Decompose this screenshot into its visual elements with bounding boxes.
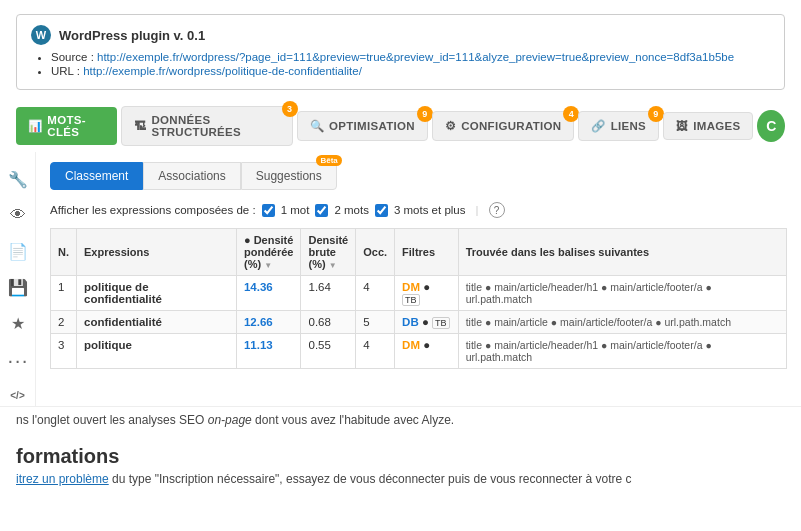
seo-italic: on-page xyxy=(208,413,252,427)
expressions-table: N. Expressions ● Densitépondérée(%) ▼ De… xyxy=(50,228,787,369)
cell-densite-ponderee: 12.66 xyxy=(236,311,301,334)
structure-icon: 🏗 xyxy=(134,120,146,132)
info-box: W WordPress plugin v. 0.1 Source : http:… xyxy=(16,14,785,90)
subtab-suggestions-badge: Bêta xyxy=(316,155,341,166)
table-row: 3politique11.130.554DM ●title ● main/art… xyxy=(51,334,787,369)
checkbox-2mots[interactable] xyxy=(315,204,328,217)
subtab-classement-label: Classement xyxy=(65,169,128,183)
tab-images-label: IMAGES xyxy=(693,120,740,132)
tab-mots-cles-label: MOTS-CLÉS xyxy=(47,114,105,138)
info-list: Source : http://exemple.fr/wordpress/?pa… xyxy=(31,51,770,77)
cell-n: 1 xyxy=(51,276,77,311)
table-row: 1politique de confidentialité14.361.644D… xyxy=(51,276,787,311)
sidebar-icons: 🔧 👁 📄 💾 ★ ... </> xyxy=(0,152,36,406)
url-label: URL : xyxy=(51,65,83,77)
main-nav: 📊 MOTS-CLÉS 🏗 DONNÉES STRUCTURÉES 3 🔍 OP… xyxy=(0,100,801,152)
link-icon: 🔗 xyxy=(591,119,605,133)
badge-configuration: 4 xyxy=(563,106,579,122)
sidebar-icon-settings[interactable]: ... xyxy=(7,348,29,370)
tab-mots-cles[interactable]: 📊 MOTS-CLÉS xyxy=(16,107,117,145)
filter-label: Afficher les expressions composées de : xyxy=(50,204,256,216)
filter-2mots-label: 2 mots xyxy=(334,204,369,216)
badge-donnees: 3 xyxy=(282,101,298,117)
cell-filtres: DB ● TB xyxy=(395,311,459,334)
cell-occ: 5 xyxy=(356,311,395,334)
badge-liens: 9 xyxy=(648,106,664,122)
col-densite-ponderee[interactable]: ● Densitépondérée(%) ▼ xyxy=(236,229,301,276)
checkbox-1mot[interactable] xyxy=(262,204,275,217)
cell-n: 3 xyxy=(51,334,77,369)
cell-expression: confidentialité xyxy=(77,311,237,334)
source-label: Source : xyxy=(51,51,97,63)
tab-optimisation-label: OPTIMISATION xyxy=(329,120,415,132)
bottom-bar: ns l'onglet ouvert les analyses SEO on-p… xyxy=(0,406,801,433)
sub-tabs: Classement Associations Suggestions Bêta xyxy=(50,162,787,190)
sidebar-icon-star[interactable]: ★ xyxy=(7,312,29,334)
tab-liens[interactable]: 🔗 LIENS 9 xyxy=(578,111,659,141)
plugin-title: WordPress plugin v. 0.1 xyxy=(59,28,205,43)
checkbox-3mots[interactable] xyxy=(375,204,388,217)
subtab-associations-label: Associations xyxy=(158,169,225,183)
cell-densite-ponderee: 14.36 xyxy=(236,276,301,311)
sidebar-icon-save[interactable]: 💾 xyxy=(7,276,29,298)
cell-occ: 4 xyxy=(356,334,395,369)
image-icon: 🖼 xyxy=(676,120,688,132)
main-content: Classement Associations Suggestions Bêta… xyxy=(36,152,801,406)
tab-optimisation[interactable]: 🔍 OPTIMISATION 9 xyxy=(297,111,428,141)
info-box-header: W WordPress plugin v. 0.1 xyxy=(31,25,770,45)
search-icon: 🔍 xyxy=(310,119,324,133)
col-occ: Occ. xyxy=(356,229,395,276)
cell-filtres: DM ● xyxy=(395,334,459,369)
url-link[interactable]: http://exemple.fr/wordpress/politique-de… xyxy=(83,65,362,77)
source-link[interactable]: http://exemple.fr/wordpress/?page_id=111… xyxy=(97,51,734,63)
table-row: 2confidentialité12.660.685DB ● TBtitle ●… xyxy=(51,311,787,334)
tab-configuration-label: CONFIGURATION xyxy=(461,120,561,132)
tab-images[interactable]: 🖼 IMAGES xyxy=(663,112,753,140)
cell-expression: politique de confidentialité xyxy=(77,276,237,311)
cell-balises: title ● main/article/header/h1 ● main/ar… xyxy=(458,334,786,369)
cell-densite-brute: 0.68 xyxy=(301,311,356,334)
subtab-suggestions-label: Suggestions xyxy=(256,169,322,183)
sidebar-icon-code[interactable]: </> xyxy=(7,384,29,406)
sidebar-icon-eye[interactable]: 👁 xyxy=(7,204,29,226)
col-balises: Trouvée dans les balises suivantes xyxy=(458,229,786,276)
cell-occ: 4 xyxy=(356,276,395,311)
cell-densite-brute: 1.64 xyxy=(301,276,356,311)
cell-n: 2 xyxy=(51,311,77,334)
chart-icon: 📊 xyxy=(28,119,42,133)
subtab-suggestions[interactable]: Suggestions Bêta xyxy=(241,162,337,190)
tab-liens-label: LIENS xyxy=(611,120,646,132)
sidebar-icon-wrench[interactable]: 🔧 xyxy=(7,168,29,190)
cell-balises: title ● main/article/header/h1 ● main/ar… xyxy=(458,276,786,311)
cell-densite-ponderee: 11.13 xyxy=(236,334,301,369)
bottom-paragraph: itrez un problème du type "Inscription n… xyxy=(16,472,785,486)
bottom-link[interactable]: itrez un problème xyxy=(16,472,109,486)
bottom-text: du type "Inscription nécessaire", essaye… xyxy=(112,472,631,486)
source-item: Source : http://exemple.fr/wordpress/?pa… xyxy=(51,51,770,63)
filter-3mots-label: 3 mots et plus xyxy=(394,204,466,216)
filter-row: Afficher les expressions composées de : … xyxy=(50,202,787,218)
subtab-classement[interactable]: Classement xyxy=(50,162,143,190)
tab-donnees-structurees[interactable]: 🏗 DONNÉES STRUCTURÉES 3 xyxy=(121,106,293,146)
tab-donnees-label: DONNÉES STRUCTURÉES xyxy=(151,114,279,138)
subtab-associations[interactable]: Associations xyxy=(143,162,240,190)
cell-filtres: DM ● TB xyxy=(395,276,459,311)
cell-balises: title ● main/article ● main/article/foot… xyxy=(458,311,786,334)
tab-configuration[interactable]: ⚙ CONFIGURATION 4 xyxy=(432,111,574,141)
help-icon[interactable]: ? xyxy=(489,202,505,218)
gear-icon: ⚙ xyxy=(445,119,456,133)
col-filtres: Filtres xyxy=(395,229,459,276)
cell-densite-brute: 0.55 xyxy=(301,334,356,369)
col-n: N. xyxy=(51,229,77,276)
formations-heading: formations xyxy=(16,437,785,472)
col-densite-brute[interactable]: Densitébrute(%) ▼ xyxy=(301,229,356,276)
url-item: URL : http://exemple.fr/wordpress/politi… xyxy=(51,65,770,77)
wordpress-icon: W xyxy=(31,25,51,45)
user-avatar[interactable]: C xyxy=(757,110,785,142)
cell-expression: politique xyxy=(77,334,237,369)
col-expressions: Expressions xyxy=(77,229,237,276)
sidebar-icon-pdf[interactable]: 📄 xyxy=(7,240,29,262)
bottom-section: formations itrez un problème du type "In… xyxy=(0,433,801,496)
filter-1mot-label: 1 mot xyxy=(281,204,310,216)
seo-text-1: ns l'onglet ouvert les analyses SEO xyxy=(16,413,208,427)
